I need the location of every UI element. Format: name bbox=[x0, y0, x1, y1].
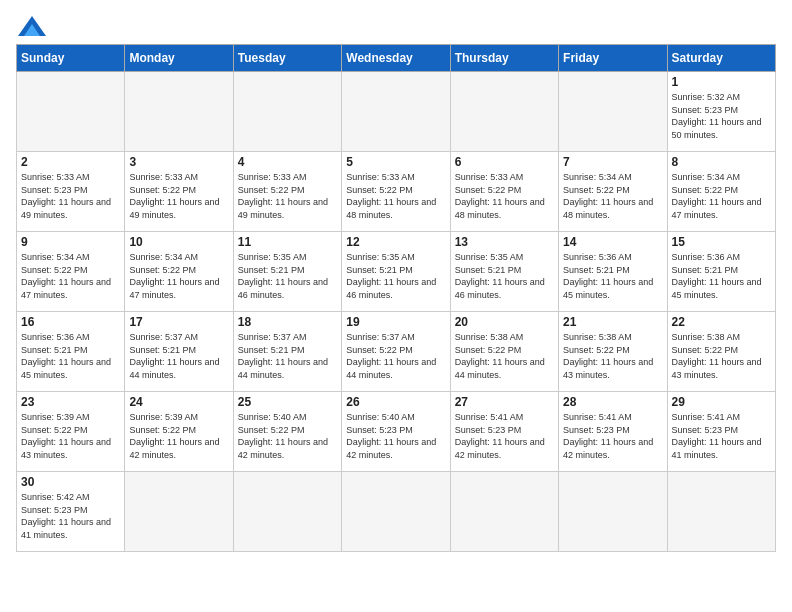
day-number: 10 bbox=[129, 235, 228, 249]
calendar-cell: 13Sunrise: 5:35 AMSunset: 5:21 PMDayligh… bbox=[450, 232, 558, 312]
calendar-cell bbox=[17, 72, 125, 152]
day-number: 28 bbox=[563, 395, 662, 409]
cell-sun-info: Sunrise: 5:35 AMSunset: 5:21 PMDaylight:… bbox=[346, 251, 445, 301]
calendar-cell: 2Sunrise: 5:33 AMSunset: 5:23 PMDaylight… bbox=[17, 152, 125, 232]
cell-sun-info: Sunrise: 5:33 AMSunset: 5:23 PMDaylight:… bbox=[21, 171, 120, 221]
day-number: 11 bbox=[238, 235, 337, 249]
day-number: 2 bbox=[21, 155, 120, 169]
calendar-cell: 20Sunrise: 5:38 AMSunset: 5:22 PMDayligh… bbox=[450, 312, 558, 392]
calendar-cell: 25Sunrise: 5:40 AMSunset: 5:22 PMDayligh… bbox=[233, 392, 341, 472]
calendar-week-3: 9Sunrise: 5:34 AMSunset: 5:22 PMDaylight… bbox=[17, 232, 776, 312]
calendar-week-1: 1Sunrise: 5:32 AMSunset: 5:23 PMDaylight… bbox=[17, 72, 776, 152]
cell-sun-info: Sunrise: 5:34 AMSunset: 5:22 PMDaylight:… bbox=[21, 251, 120, 301]
calendar-week-6: 30Sunrise: 5:42 AMSunset: 5:23 PMDayligh… bbox=[17, 472, 776, 552]
calendar-cell: 17Sunrise: 5:37 AMSunset: 5:21 PMDayligh… bbox=[125, 312, 233, 392]
weekday-header-sunday: Sunday bbox=[17, 45, 125, 72]
calendar-week-4: 16Sunrise: 5:36 AMSunset: 5:21 PMDayligh… bbox=[17, 312, 776, 392]
day-number: 18 bbox=[238, 315, 337, 329]
calendar-cell bbox=[342, 72, 450, 152]
day-number: 27 bbox=[455, 395, 554, 409]
calendar-cell: 5Sunrise: 5:33 AMSunset: 5:22 PMDaylight… bbox=[342, 152, 450, 232]
cell-sun-info: Sunrise: 5:35 AMSunset: 5:21 PMDaylight:… bbox=[238, 251, 337, 301]
cell-sun-info: Sunrise: 5:38 AMSunset: 5:22 PMDaylight:… bbox=[455, 331, 554, 381]
cell-sun-info: Sunrise: 5:41 AMSunset: 5:23 PMDaylight:… bbox=[672, 411, 771, 461]
day-number: 21 bbox=[563, 315, 662, 329]
day-number: 6 bbox=[455, 155, 554, 169]
calendar-cell: 9Sunrise: 5:34 AMSunset: 5:22 PMDaylight… bbox=[17, 232, 125, 312]
calendar-cell: 8Sunrise: 5:34 AMSunset: 5:22 PMDaylight… bbox=[667, 152, 775, 232]
day-number: 19 bbox=[346, 315, 445, 329]
logo-icon bbox=[18, 16, 46, 36]
weekday-header-saturday: Saturday bbox=[667, 45, 775, 72]
calendar-cell: 4Sunrise: 5:33 AMSunset: 5:22 PMDaylight… bbox=[233, 152, 341, 232]
calendar-cell: 29Sunrise: 5:41 AMSunset: 5:23 PMDayligh… bbox=[667, 392, 775, 472]
cell-sun-info: Sunrise: 5:34 AMSunset: 5:22 PMDaylight:… bbox=[563, 171, 662, 221]
calendar-cell: 27Sunrise: 5:41 AMSunset: 5:23 PMDayligh… bbox=[450, 392, 558, 472]
calendar-cell: 12Sunrise: 5:35 AMSunset: 5:21 PMDayligh… bbox=[342, 232, 450, 312]
calendar-cell bbox=[559, 72, 667, 152]
weekday-header-friday: Friday bbox=[559, 45, 667, 72]
cell-sun-info: Sunrise: 5:36 AMSunset: 5:21 PMDaylight:… bbox=[563, 251, 662, 301]
cell-sun-info: Sunrise: 5:36 AMSunset: 5:21 PMDaylight:… bbox=[672, 251, 771, 301]
calendar-cell: 6Sunrise: 5:33 AMSunset: 5:22 PMDaylight… bbox=[450, 152, 558, 232]
day-number: 22 bbox=[672, 315, 771, 329]
day-number: 29 bbox=[672, 395, 771, 409]
cell-sun-info: Sunrise: 5:36 AMSunset: 5:21 PMDaylight:… bbox=[21, 331, 120, 381]
calendar-cell bbox=[125, 472, 233, 552]
calendar-cell bbox=[342, 472, 450, 552]
calendar-cell: 18Sunrise: 5:37 AMSunset: 5:21 PMDayligh… bbox=[233, 312, 341, 392]
cell-sun-info: Sunrise: 5:39 AMSunset: 5:22 PMDaylight:… bbox=[129, 411, 228, 461]
day-number: 24 bbox=[129, 395, 228, 409]
day-number: 13 bbox=[455, 235, 554, 249]
calendar-cell: 21Sunrise: 5:38 AMSunset: 5:22 PMDayligh… bbox=[559, 312, 667, 392]
cell-sun-info: Sunrise: 5:41 AMSunset: 5:23 PMDaylight:… bbox=[563, 411, 662, 461]
cell-sun-info: Sunrise: 5:34 AMSunset: 5:22 PMDaylight:… bbox=[129, 251, 228, 301]
calendar-cell: 24Sunrise: 5:39 AMSunset: 5:22 PMDayligh… bbox=[125, 392, 233, 472]
day-number: 3 bbox=[129, 155, 228, 169]
cell-sun-info: Sunrise: 5:35 AMSunset: 5:21 PMDaylight:… bbox=[455, 251, 554, 301]
day-number: 30 bbox=[21, 475, 120, 489]
cell-sun-info: Sunrise: 5:33 AMSunset: 5:22 PMDaylight:… bbox=[238, 171, 337, 221]
calendar-week-5: 23Sunrise: 5:39 AMSunset: 5:22 PMDayligh… bbox=[17, 392, 776, 472]
day-number: 23 bbox=[21, 395, 120, 409]
day-number: 17 bbox=[129, 315, 228, 329]
cell-sun-info: Sunrise: 5:33 AMSunset: 5:22 PMDaylight:… bbox=[455, 171, 554, 221]
day-number: 9 bbox=[21, 235, 120, 249]
calendar-cell: 16Sunrise: 5:36 AMSunset: 5:21 PMDayligh… bbox=[17, 312, 125, 392]
cell-sun-info: Sunrise: 5:34 AMSunset: 5:22 PMDaylight:… bbox=[672, 171, 771, 221]
calendar-cell bbox=[667, 472, 775, 552]
day-number: 8 bbox=[672, 155, 771, 169]
weekday-header-thursday: Thursday bbox=[450, 45, 558, 72]
weekday-header-monday: Monday bbox=[125, 45, 233, 72]
day-number: 16 bbox=[21, 315, 120, 329]
calendar-cell bbox=[125, 72, 233, 152]
cell-sun-info: Sunrise: 5:32 AMSunset: 5:23 PMDaylight:… bbox=[672, 91, 771, 141]
day-number: 1 bbox=[672, 75, 771, 89]
day-number: 5 bbox=[346, 155, 445, 169]
logo bbox=[16, 16, 46, 36]
calendar-week-2: 2Sunrise: 5:33 AMSunset: 5:23 PMDaylight… bbox=[17, 152, 776, 232]
cell-sun-info: Sunrise: 5:38 AMSunset: 5:22 PMDaylight:… bbox=[672, 331, 771, 381]
calendar-cell bbox=[450, 472, 558, 552]
cell-sun-info: Sunrise: 5:40 AMSunset: 5:23 PMDaylight:… bbox=[346, 411, 445, 461]
calendar-cell: 11Sunrise: 5:35 AMSunset: 5:21 PMDayligh… bbox=[233, 232, 341, 312]
cell-sun-info: Sunrise: 5:39 AMSunset: 5:22 PMDaylight:… bbox=[21, 411, 120, 461]
calendar-cell bbox=[233, 472, 341, 552]
day-number: 4 bbox=[238, 155, 337, 169]
cell-sun-info: Sunrise: 5:33 AMSunset: 5:22 PMDaylight:… bbox=[129, 171, 228, 221]
cell-sun-info: Sunrise: 5:40 AMSunset: 5:22 PMDaylight:… bbox=[238, 411, 337, 461]
cell-sun-info: Sunrise: 5:37 AMSunset: 5:21 PMDaylight:… bbox=[129, 331, 228, 381]
day-number: 26 bbox=[346, 395, 445, 409]
calendar-table: SundayMondayTuesdayWednesdayThursdayFrid… bbox=[16, 44, 776, 552]
page-header bbox=[16, 16, 776, 36]
calendar-cell: 7Sunrise: 5:34 AMSunset: 5:22 PMDaylight… bbox=[559, 152, 667, 232]
cell-sun-info: Sunrise: 5:37 AMSunset: 5:22 PMDaylight:… bbox=[346, 331, 445, 381]
calendar-cell: 26Sunrise: 5:40 AMSunset: 5:23 PMDayligh… bbox=[342, 392, 450, 472]
calendar-cell: 1Sunrise: 5:32 AMSunset: 5:23 PMDaylight… bbox=[667, 72, 775, 152]
day-number: 15 bbox=[672, 235, 771, 249]
calendar-cell: 14Sunrise: 5:36 AMSunset: 5:21 PMDayligh… bbox=[559, 232, 667, 312]
cell-sun-info: Sunrise: 5:37 AMSunset: 5:21 PMDaylight:… bbox=[238, 331, 337, 381]
day-number: 20 bbox=[455, 315, 554, 329]
calendar-cell: 19Sunrise: 5:37 AMSunset: 5:22 PMDayligh… bbox=[342, 312, 450, 392]
day-number: 7 bbox=[563, 155, 662, 169]
